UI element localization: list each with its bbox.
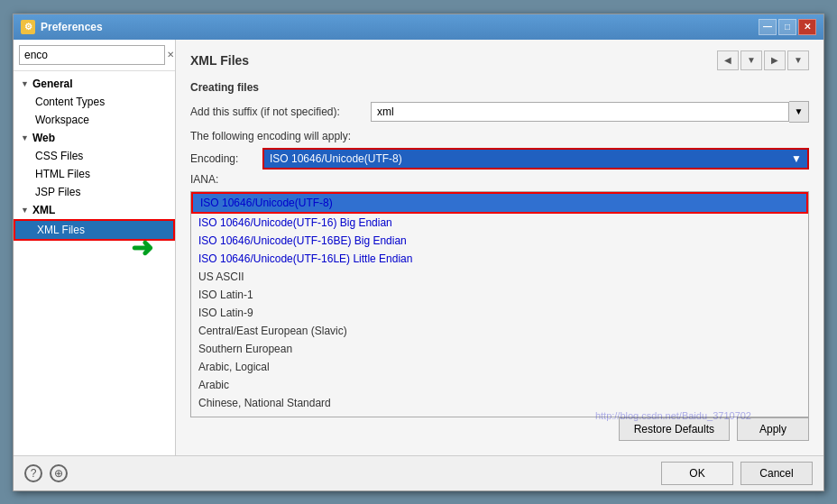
encoding-label: Encoding: [190, 152, 262, 165]
expand-arrow-web: ▼ [21, 133, 29, 142]
search-input[interactable] [19, 45, 165, 65]
right-panel: XML Files ◀ ▼ ▶ ▼ Creating files Add thi… [176, 40, 823, 455]
panel-title: XML Files [190, 53, 249, 68]
iana-label: IANA: [190, 173, 262, 186]
general-group-label: General [32, 78, 73, 90]
close-button[interactable]: ✕ [798, 19, 816, 35]
cancel-button[interactable]: Cancel [740, 462, 813, 485]
xml-group-label: XML [32, 204, 55, 216]
ok-button[interactable]: OK [661, 462, 733, 485]
expand-arrow: ▼ [21, 79, 29, 88]
web-group-label: Web [32, 132, 55, 144]
main-content: Creating files Add this suffix (if not s… [190, 81, 809, 444]
apply-button[interactable]: Apply [737, 417, 809, 441]
content-area: ✕ ▼ General Content Types Workspace ▼ We… [14, 40, 823, 455]
help-link-button[interactable]: ⊕ [50, 464, 68, 482]
tree-item-jsp-files[interactable]: JSP Files [14, 183, 175, 201]
dropdown-item-1[interactable]: ISO 10646/Unicode(UTF-16) Big Endian [191, 214, 808, 232]
left-panel: ✕ ▼ General Content Types Workspace ▼ We… [14, 40, 176, 455]
help-button[interactable]: ? [24, 464, 42, 482]
window-title: Preferences [41, 21, 759, 33]
title-bar: ⚙ Preferences — □ ✕ [14, 14, 823, 40]
search-bar: ✕ [14, 40, 175, 71]
encoding-will-apply-label: The following encoding will apply: [190, 130, 809, 142]
dropdown-item-8[interactable]: Southern European [191, 340, 808, 358]
dropdown-item-6[interactable]: ISO Latin-9 [191, 304, 808, 322]
tree-group-xml[interactable]: ▼ XML [14, 201, 175, 219]
window-icon: ⚙ [21, 20, 35, 34]
nav-back-dropdown-button[interactable]: ▼ [740, 50, 762, 70]
tree-area: ▼ General Content Types Workspace ▼ Web … [14, 71, 175, 455]
dropdown-item-4[interactable]: US ASCII [191, 268, 808, 286]
title-bar-buttons: — □ ✕ [759, 19, 816, 35]
encoding-dropdown-list[interactable]: ISO 10646/Unicode(UTF-8) ISO 10646/Unico… [190, 191, 809, 417]
tree-item-content-types[interactable]: Content Types [14, 93, 175, 111]
nav-back-button[interactable]: ◀ [717, 50, 739, 70]
tree-group-web[interactable]: ▼ Web [14, 129, 175, 147]
preferences-window: ⚙ Preferences — □ ✕ ✕ ▼ General Content … [13, 14, 824, 491]
dropdown-item-9[interactable]: Arabic, Logical [191, 358, 808, 376]
expand-arrow-xml: ▼ [21, 206, 29, 215]
suffix-row: Add this suffix (if not specified): ▼ [190, 101, 809, 123]
dropdown-item-5[interactable]: ISO Latin-1 [191, 286, 808, 304]
nav-buttons: ◀ ▼ ▶ ▼ [717, 50, 809, 70]
maximize-button[interactable]: □ [778, 19, 796, 35]
dropdown-item-7[interactable]: Central/East European (Slavic) [191, 322, 808, 340]
encoding-dropdown-arrow: ▼ [791, 152, 802, 165]
dropdown-item-10[interactable]: Arabic [191, 376, 808, 394]
bottom-bar: ? ⊕ OK Cancel [14, 455, 823, 490]
minimize-button[interactable]: — [759, 19, 777, 35]
dropdown-item-11[interactable]: Chinese, National Standard [191, 394, 808, 412]
suffix-label: Add this suffix (if not specified): [190, 105, 371, 118]
search-clear-button[interactable]: ✕ [167, 48, 174, 62]
encoding-combo[interactable]: ISO 10646/Unicode(UTF-8) ▼ [262, 148, 809, 170]
tree-item-workspace[interactable]: Workspace [14, 111, 175, 129]
suffix-dropdown-btn[interactable]: ▼ [789, 101, 809, 123]
nav-forward-button[interactable]: ▶ [764, 50, 786, 70]
dropdown-item-0[interactable]: ISO 10646/Unicode(UTF-8) [191, 192, 808, 214]
iana-row: IANA: [190, 173, 809, 186]
suffix-input[interactable] [371, 102, 789, 122]
dropdown-item-2[interactable]: ISO 10646/Unicode(UTF-16BE) Big Endian [191, 232, 808, 250]
encoding-selected-value: ISO 10646/Unicode(UTF-8) [270, 152, 402, 165]
dropdown-item-3[interactable]: ISO 10646/Unicode(UTF-16LE) Little Endia… [191, 250, 808, 268]
encoding-dropdown-list-area: ISO 10646/Unicode(UTF-8) ISO 10646/Unico… [190, 191, 809, 417]
creating-files-label: Creating files [190, 81, 809, 94]
right-header: XML Files ◀ ▼ ▶ ▼ [190, 50, 809, 70]
tree-item-css-files[interactable]: CSS Files [14, 147, 175, 165]
encoding-row: Encoding: ISO 10646/Unicode(UTF-8) ▼ [190, 148, 809, 170]
restore-defaults-button[interactable]: Restore Defaults [619, 417, 730, 441]
tree-item-html-files[interactable]: HTML Files [14, 165, 175, 183]
suffix-combo: ▼ [371, 101, 809, 123]
tree-group-general[interactable]: ▼ General [14, 75, 175, 93]
restore-apply-row: Restore Defaults Apply [190, 417, 809, 441]
tree-item-xml-files[interactable]: XML Files [14, 219, 175, 241]
nav-forward-dropdown-button[interactable]: ▼ [787, 50, 809, 70]
